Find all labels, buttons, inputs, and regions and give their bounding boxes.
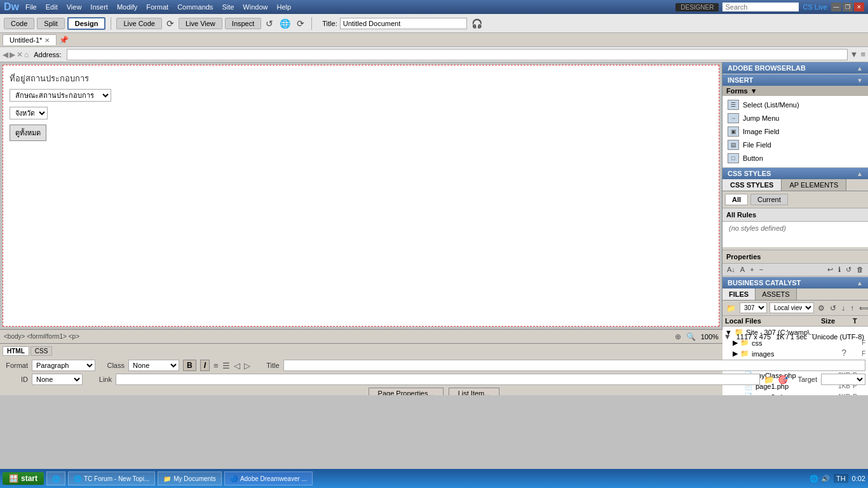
title-field[interactable] [283, 360, 865, 371]
files-refresh-icon[interactable]: ↺ [829, 303, 837, 313]
tab-css-styles[interactable]: CSS STYLES [722, 179, 782, 191]
tab-pin-icon[interactable]: 📌 [59, 36, 69, 44]
design-button[interactable]: Design [67, 17, 106, 30]
files-download-icon[interactable]: ↓ [840, 303, 846, 313]
menu-insert[interactable]: Insert [86, 2, 112, 12]
menu-modify[interactable]: Modify [113, 2, 141, 12]
code-button[interactable]: Code [4, 18, 34, 29]
insert-item-imagefield[interactable]: ▣ Image Field [725, 125, 865, 138]
address-go-icon[interactable]: ≡ [860, 50, 865, 59]
menu-file[interactable]: File [22, 2, 41, 12]
status-zoom-level[interactable]: 100% [701, 333, 719, 341]
home-button[interactable]: ⌂ [24, 50, 29, 59]
menu-commands[interactable]: Commands [173, 2, 217, 12]
view-all-button[interactable]: ดูทั้งหมด [10, 125, 46, 141]
class-select[interactable]: None [128, 360, 179, 371]
menu-view[interactable]: View [63, 2, 86, 12]
live-code-button[interactable]: Live Code [116, 18, 162, 29]
link-field[interactable] [116, 374, 760, 385]
bc-collapse-icon[interactable]: ▲ [857, 280, 863, 287]
link-target-icon[interactable]: 🎯 [778, 375, 788, 384]
prop-del-icon[interactable]: − [757, 265, 765, 274]
bold-button[interactable]: B [183, 360, 196, 371]
tab-files[interactable]: FILES [722, 288, 756, 300]
minimize-button[interactable]: — [831, 3, 841, 11]
prop-edit-icon[interactable]: ↩ [825, 265, 835, 274]
title-input[interactable] [340, 18, 467, 29]
menu-window[interactable]: Window [239, 2, 271, 12]
status-select-icon[interactable]: ⊕ [675, 332, 681, 341]
indent-inc-icon[interactable]: ▷ [244, 361, 250, 370]
insert-item-selectlistmenu[interactable]: ☰ Select (List/Menu) [725, 98, 865, 111]
status-zoom-in-icon[interactable]: 🔍 [686, 332, 696, 341]
select2-dropdown[interactable]: จังหวัด [10, 107, 48, 119]
live-code-icon[interactable]: ⟳ [165, 17, 176, 30]
split-button[interactable]: Split [37, 18, 64, 29]
target-select[interactable] [821, 374, 865, 385]
status-fileinfo: 1K / 1 sec [776, 333, 807, 341]
menu-help[interactable]: Help [273, 2, 295, 12]
tab-ap-elements[interactable]: AP ELEMENTS [782, 179, 846, 191]
address-options-icon[interactable]: ▼ [850, 50, 858, 59]
status-zoom-dropdown[interactable]: ▼ [724, 332, 731, 341]
select1-dropdown[interactable]: ลักษณะสถานประกอบการ [10, 89, 111, 102]
menu-edit[interactable]: Edit [42, 2, 62, 12]
prop-letter-icon[interactable]: A [738, 265, 747, 274]
menu-format[interactable]: Format [142, 2, 172, 12]
files-upload-icon[interactable]: ↑ [849, 303, 855, 313]
insert-item-label: Select (List/Menu) [743, 101, 799, 109]
tab-html[interactable]: HTML [3, 346, 29, 356]
address-input[interactable] [67, 49, 848, 60]
indent-dec-icon[interactable]: ◁ [234, 361, 240, 370]
tab-untitled[interactable]: Untitled-1* ✕ [3, 34, 57, 45]
search-input[interactable] [722, 3, 799, 11]
page-properties-button[interactable]: Page Properties... [369, 388, 444, 395]
tree-item-images[interactable]: ▶ 📁 images F [730, 348, 868, 359]
live-view-button[interactable]: Live View [179, 18, 222, 29]
prop-add-icon[interactable]: + [748, 265, 756, 274]
files-sync-icon[interactable]: ⟺ [858, 303, 868, 313]
prop-undo-icon[interactable]: ↺ [844, 265, 853, 274]
tree-item-page2[interactable]: 📄 paqe2.php 1KB P [730, 391, 868, 395]
stop-button[interactable]: ✕ [17, 50, 23, 59]
tab-close-icon[interactable]: ✕ [44, 37, 50, 44]
status-tags[interactable]: <body> <form#form1> <p> [4, 333, 79, 340]
refresh-icon[interactable]: ↺ [264, 17, 275, 30]
browser-icon[interactable]: 🌐 [278, 17, 292, 30]
list-item-button[interactable]: List Item... [449, 388, 500, 395]
insert-item-filefield[interactable]: ▤ File Field [725, 139, 865, 151]
files-connect-icon[interactable]: ⚙ [817, 303, 826, 313]
link-browse-icon[interactable]: 📁 [764, 375, 774, 384]
css-collapse-icon[interactable]: ▲ [857, 170, 863, 177]
insert-collapse-icon[interactable]: ▼ [857, 77, 863, 84]
restore-button[interactable]: ❐ [843, 3, 853, 11]
italic-button[interactable]: I [200, 360, 210, 371]
back-button[interactable]: ◀ [3, 50, 8, 59]
inspect-button[interactable]: Inspect [225, 18, 261, 29]
browserlab-collapse-icon[interactable]: ▲ [857, 65, 863, 72]
tab-css[interactable]: CSS [31, 346, 53, 356]
ul-icon[interactable]: ≡ [214, 361, 219, 370]
cs-live-button[interactable]: CS Live [803, 3, 827, 11]
close-button[interactable]: ✕ [854, 3, 864, 11]
heading-text: ที่อยู่สถานประกอบการ [10, 72, 712, 85]
prop-sort-icon[interactable]: A↓ [725, 265, 737, 274]
id-select[interactable]: None [32, 374, 83, 385]
prop-trash-icon[interactable]: 🗑 [855, 265, 865, 274]
view-select[interactable]: Local view [770, 302, 814, 313]
ol-icon[interactable]: ☰ [222, 361, 230, 370]
menu-site[interactable]: Site [218, 2, 238, 12]
format-select[interactable]: Paragraph [32, 360, 95, 371]
prop-info-icon[interactable]: ℹ [836, 265, 843, 274]
title-icon[interactable]: 🎧 [470, 17, 484, 30]
insert-category-arrow[interactable]: ▼ [750, 87, 757, 95]
insert-item-button[interactable]: □ Button [725, 152, 865, 165]
tab-assets[interactable]: ASSETS [756, 288, 796, 300]
css-current-tab[interactable]: Current [750, 194, 788, 205]
reload-icon[interactable]: ⟳ [295, 17, 306, 30]
insert-item-jumpmenu[interactable]: → Jump Menu [725, 112, 865, 125]
css-all-tab[interactable]: All [725, 194, 748, 205]
site-select[interactable]: 307 [740, 302, 767, 313]
help-icon[interactable]: ? [841, 348, 846, 358]
forward-button[interactable]: ▶ [10, 50, 15, 59]
